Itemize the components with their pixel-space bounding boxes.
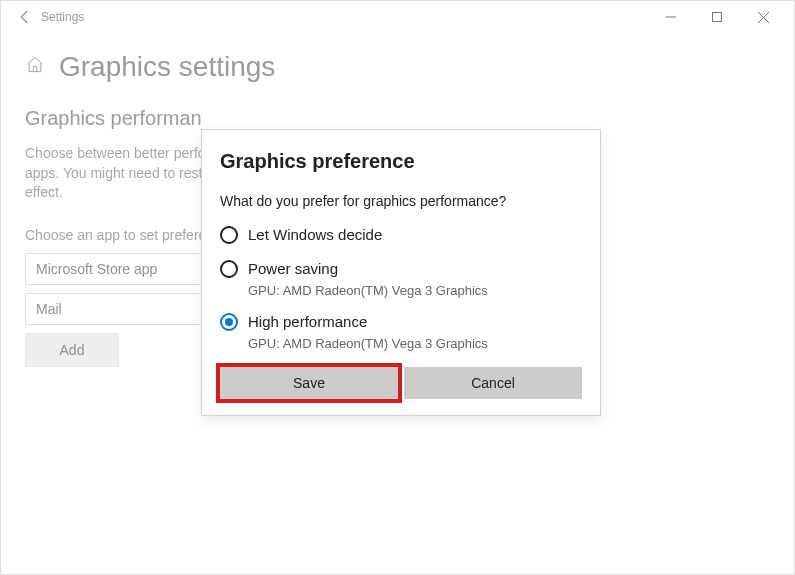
option-power-saving[interactable]: Power saving GPU: AMD Radeon(TM) Vega 3 … (220, 259, 582, 298)
radio-icon (220, 260, 238, 278)
back-button[interactable] (9, 8, 41, 26)
graphics-preference-dialog: Graphics preference What do you prefer f… (201, 129, 601, 416)
cancel-button[interactable]: Cancel (404, 367, 582, 399)
app-value: Mail (36, 301, 62, 317)
close-button[interactable] (740, 1, 786, 33)
minimize-button[interactable] (648, 1, 694, 33)
page-subheading: Graphics performan (25, 107, 770, 130)
add-button-label: Add (60, 342, 85, 358)
window-title: Settings (41, 10, 84, 24)
home-icon[interactable] (25, 55, 45, 79)
option-sub: GPU: AMD Radeon(TM) Vega 3 Graphics (248, 283, 488, 298)
maximize-button[interactable] (694, 1, 740, 33)
option-sub: GPU: AMD Radeon(TM) Vega 3 Graphics (248, 336, 488, 351)
dialog-question: What do you prefer for graphics performa… (220, 193, 582, 209)
add-button[interactable]: Add (25, 333, 119, 367)
radio-icon (220, 226, 238, 244)
dialog-buttons: Save Cancel (220, 367, 582, 399)
option-let-windows-decide[interactable]: Let Windows decide (220, 225, 582, 245)
option-label: High performance (248, 312, 488, 332)
save-button-label: Save (293, 375, 325, 391)
window-controls (648, 1, 786, 33)
save-button[interactable]: Save (220, 367, 398, 399)
radio-icon (220, 313, 238, 331)
option-label: Power saving (248, 259, 488, 279)
svg-rect-1 (713, 13, 722, 22)
cancel-button-label: Cancel (471, 375, 515, 391)
option-high-performance[interactable]: High performance GPU: AMD Radeon(TM) Veg… (220, 312, 582, 351)
page-heading: Graphics settings (59, 51, 275, 83)
dialog-title: Graphics preference (220, 150, 582, 173)
option-label: Let Windows decide (248, 225, 382, 245)
app-type-value: Microsoft Store app (36, 261, 157, 277)
titlebar: Settings (1, 1, 794, 33)
